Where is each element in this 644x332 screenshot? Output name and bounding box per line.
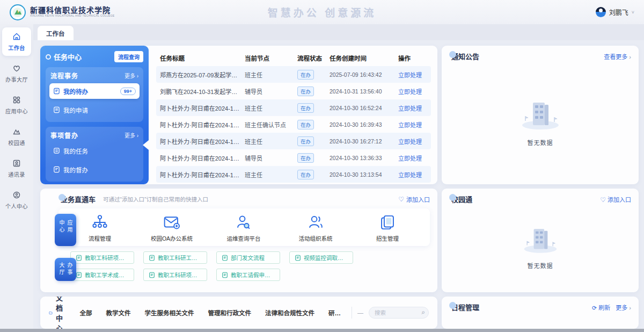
doc-tab[interactable]: 全部	[80, 305, 92, 320]
task-center-icon	[46, 54, 51, 60]
user-menu[interactable]: 刘鹏飞 ˅	[596, 7, 634, 17]
app-activity-org[interactable]: 活动组织系统	[292, 213, 339, 242]
school-name-en: XINJIANG KEXIN VOCATIONAL AND TECHNICAL …	[30, 15, 114, 18]
status-badge: 在办	[297, 70, 314, 80]
title-dot-icon	[449, 51, 456, 58]
task-title: 郑燕方在2025-07-09发起学生请假审批	[160, 70, 239, 79]
arrow-right-icon: ›	[629, 305, 631, 311]
my-tasks-item[interactable]: 我的任务	[49, 143, 140, 158]
my-todo-item[interactable]: 我的待办 99+	[49, 83, 140, 99]
folder-icon	[49, 309, 53, 317]
service-hall-vertical-tab[interactable]: 办事大厅	[55, 258, 76, 281]
doc-tab[interactable]: 学生服务相关文件	[145, 305, 194, 320]
service-shortcut-button[interactable]: 视频监控调取…	[289, 251, 353, 264]
school-logo-icon	[10, 4, 26, 20]
sidebar-item-personal[interactable]: 个人中心	[2, 186, 31, 214]
doc-tab[interactable]: 教学文件	[106, 305, 131, 320]
service-shortcut-button[interactable]: 部门发文流程	[216, 251, 280, 264]
task-time: 2024-10-30 16:27:12	[330, 138, 393, 145]
task-table: 任务标题 当前节点 流程状态 任务创建时间 操作 郑燕方在2025-07-09发…	[149, 46, 437, 184]
more-link[interactable]: 更多 ›	[616, 303, 631, 312]
sidebar-item-workbench[interactable]: 工作台	[2, 27, 31, 56]
my-supervision-item[interactable]: 我的督办	[49, 162, 140, 177]
chevron-down-icon: ˅	[632, 10, 634, 15]
status-badge: 在办	[297, 103, 314, 113]
service-shortcut-button[interactable]: 教职工学术成…	[70, 269, 134, 281]
status-badge: 在办	[297, 86, 314, 96]
task-node: 班主任确认节点	[245, 120, 292, 129]
process-query-button[interactable]: 流程查询	[114, 51, 143, 62]
service-shortcut-button[interactable]: 教职工科研工…	[143, 251, 207, 264]
status-badge: 在办	[297, 120, 314, 129]
sidebar-item-label: 应用中心	[5, 107, 28, 115]
status-badge: 在办	[297, 153, 314, 163]
search-input[interactable]	[369, 307, 429, 319]
add-entry-link[interactable]: ♡ 添加入口	[398, 195, 430, 204]
view-more-link[interactable]: 查看更多 ›	[604, 52, 631, 61]
task-node: 班主任	[245, 137, 292, 146]
table-row: 刘鹏飞在2024-10-31发起学生请假审批 辅导员 在办 2024-10-31…	[156, 83, 431, 99]
service-shortcut-button[interactable]: 教职工科研项…	[70, 251, 134, 264]
sidebar-item-contacts[interactable]: 通讯录	[2, 154, 31, 183]
sidebar-item-label: 工作台	[8, 44, 25, 52]
service-shortcut-button[interactable]: 教职工请假申…	[216, 269, 280, 281]
handle-now-link[interactable]: 立即处理	[398, 120, 427, 129]
school-name: 新疆科信职业技术学院	[30, 6, 114, 15]
handle-now-link[interactable]: 立即处理	[398, 154, 427, 162]
refresh-link[interactable]: ⟳ 刷新	[592, 303, 610, 312]
green-doc-icon	[76, 272, 82, 278]
empty-text: 暂无数据	[528, 138, 553, 147]
doc-tab[interactable]: 法律和合规性文件	[265, 305, 314, 320]
task-title: 阿卜杜外力·阿日甫在2024-10-30发起学生请假…	[160, 104, 239, 112]
schedule-panel: 日程管理 ⟳ 刷新 更多 ›	[442, 297, 639, 329]
doc-tabs: 全部 教学文件 学生服务相关文件 管理和行政文件 法律和合规性文件 研…	[80, 305, 341, 320]
empty-illustration	[517, 221, 564, 256]
group-more-link[interactable]: 更多 ›	[125, 131, 138, 139]
sidebar-item-label: 校园通	[8, 139, 25, 147]
green-doc-icon	[222, 255, 228, 261]
app-ops-query[interactable]: 运维查询平台	[221, 213, 267, 242]
add-entry-link[interactable]: ♡ 添加入口	[600, 195, 631, 204]
campus-panel: 校园通 ♡ 添加入口 暂无数据	[442, 189, 639, 292]
handle-now-link[interactable]: 立即处理	[398, 104, 427, 112]
grid-icon	[12, 96, 21, 104]
doc-tab[interactable]: 研…	[328, 305, 341, 320]
tab-workbench[interactable]: 工作台	[38, 26, 74, 40]
service-shortcut-button[interactable]: 教职工科研项…	[143, 269, 207, 281]
service-hall-shortcuts: 教职工科研项… 教职工科研工… 部门发文流程	[58, 251, 413, 281]
handle-now-link[interactable]: 立即处理	[398, 170, 427, 179]
notice-panel: 通知公告 查看更多 › 暂无数据	[442, 46, 639, 184]
doc-center-title: 文档中心	[49, 297, 69, 329]
task-title: 阿卜杜外力·阿日甫在2024-10-30发起学生请假…	[160, 137, 239, 146]
org-chart-icon	[91, 213, 109, 232]
empty-state: 暂无数据	[449, 61, 631, 179]
bottom-edge-strip	[0, 329, 644, 332]
group-more-link[interactable]: 更多 ›	[125, 71, 138, 80]
sidebar-item-service-hall[interactable]: 办事大厅	[2, 59, 31, 88]
heart-icon: ♡	[398, 196, 404, 203]
app-admissions[interactable]: 招生管理	[364, 213, 411, 242]
contact-card-icon	[12, 159, 21, 168]
task-title: 阿卜杜外力·阿日甫在2024-10-30发起学生请假…	[160, 154, 239, 162]
task-node: 辅导员	[245, 87, 292, 96]
person-search-icon	[235, 213, 253, 232]
app-center-vertical-tab[interactable]: 应用中心	[55, 214, 76, 246]
handle-now-link[interactable]: 立即处理	[398, 70, 427, 79]
green-doc-icon	[76, 255, 82, 261]
sidebar-item-app-center[interactable]: 应用中心	[2, 91, 31, 119]
handle-now-link[interactable]: 立即处理	[398, 87, 427, 96]
app-campus-oa[interactable]: 校园OA办公系统	[149, 213, 195, 242]
process-affairs-group: 流程事务 更多 › 我的待办 99+ 我的申请	[46, 67, 143, 122]
app-process-mgmt[interactable]: 流程管理	[77, 213, 123, 242]
sidebar-item-campus[interactable]: 校园通	[2, 122, 31, 151]
table-row: 阿卜杜外力·阿日甫在2024-10-30发起学生请假… 班主任 在办 2024-…	[156, 133, 431, 149]
doc-tab[interactable]: 管理和行政文件	[208, 305, 252, 320]
handle-now-link[interactable]: 立即处理	[398, 137, 427, 146]
table-row: 阿卜杜外力·阿日甫在2024-10-30发起学生请假… 班主任 在办 2024-…	[156, 166, 431, 183]
my-applications-item[interactable]: 我的申请	[49, 102, 140, 118]
tablet-icon	[378, 213, 397, 232]
task-center-title: 任务中心	[46, 52, 82, 62]
empty-text: 暂无数据	[528, 261, 553, 270]
arrow-right-icon: ›	[629, 54, 631, 60]
business-express-card: 业务直通车 可通过“添加入口”订制自己常用的快捷入口 ♡ 添加入口 应用中心 流…	[40, 189, 437, 292]
